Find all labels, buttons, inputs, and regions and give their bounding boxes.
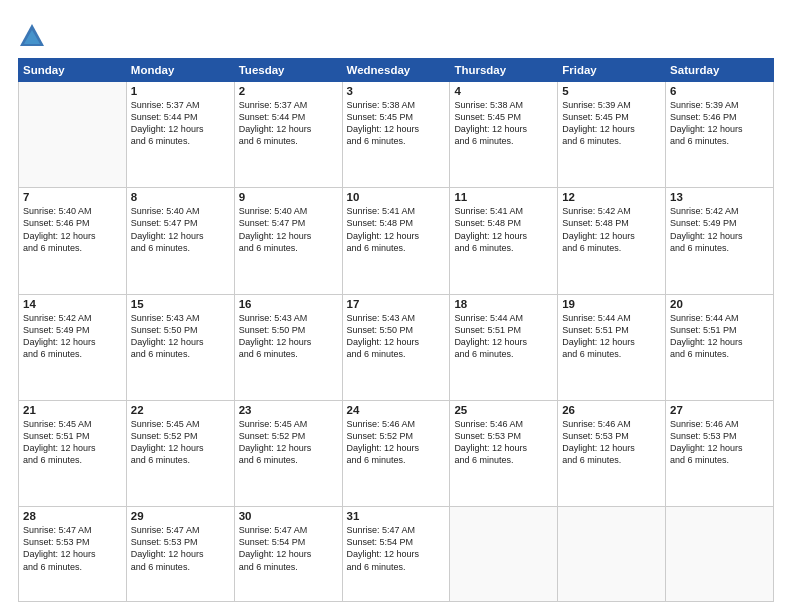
day-info: Sunrise: 5:46 AM Sunset: 5:52 PM Dayligh… [347,418,446,467]
calendar-cell: 12Sunrise: 5:42 AM Sunset: 5:48 PM Dayli… [558,188,666,294]
day-number: 2 [239,85,338,97]
day-number: 30 [239,510,338,522]
calendar-week-3: 14Sunrise: 5:42 AM Sunset: 5:49 PM Dayli… [19,294,774,400]
day-info: Sunrise: 5:42 AM Sunset: 5:48 PM Dayligh… [562,205,661,254]
day-info: Sunrise: 5:40 AM Sunset: 5:47 PM Dayligh… [239,205,338,254]
weekday-sunday: Sunday [19,59,127,82]
calendar-week-1: 1Sunrise: 5:37 AM Sunset: 5:44 PM Daylig… [19,82,774,188]
calendar-cell: 16Sunrise: 5:43 AM Sunset: 5:50 PM Dayli… [234,294,342,400]
day-number: 3 [347,85,446,97]
calendar-cell [450,507,558,602]
day-number: 20 [670,298,769,310]
calendar-cell: 5Sunrise: 5:39 AM Sunset: 5:45 PM Daylig… [558,82,666,188]
day-info: Sunrise: 5:43 AM Sunset: 5:50 PM Dayligh… [131,312,230,361]
weekday-wednesday: Wednesday [342,59,450,82]
calendar-cell [558,507,666,602]
calendar-cell: 31Sunrise: 5:47 AM Sunset: 5:54 PM Dayli… [342,507,450,602]
page: SundayMondayTuesdayWednesdayThursdayFrid… [0,0,792,612]
day-info: Sunrise: 5:45 AM Sunset: 5:51 PM Dayligh… [23,418,122,467]
calendar-cell: 14Sunrise: 5:42 AM Sunset: 5:49 PM Dayli… [19,294,127,400]
weekday-header-row: SundayMondayTuesdayWednesdayThursdayFrid… [19,59,774,82]
day-number: 27 [670,404,769,416]
weekday-monday: Monday [126,59,234,82]
day-info: Sunrise: 5:40 AM Sunset: 5:46 PM Dayligh… [23,205,122,254]
day-info: Sunrise: 5:37 AM Sunset: 5:44 PM Dayligh… [131,99,230,148]
day-number: 23 [239,404,338,416]
day-info: Sunrise: 5:46 AM Sunset: 5:53 PM Dayligh… [562,418,661,467]
calendar-cell: 2Sunrise: 5:37 AM Sunset: 5:44 PM Daylig… [234,82,342,188]
day-number: 16 [239,298,338,310]
calendar-cell: 15Sunrise: 5:43 AM Sunset: 5:50 PM Dayli… [126,294,234,400]
calendar-cell: 22Sunrise: 5:45 AM Sunset: 5:52 PM Dayli… [126,400,234,506]
calendar-cell [666,507,774,602]
day-number: 10 [347,191,446,203]
day-number: 11 [454,191,553,203]
day-info: Sunrise: 5:46 AM Sunset: 5:53 PM Dayligh… [670,418,769,467]
calendar-cell: 17Sunrise: 5:43 AM Sunset: 5:50 PM Dayli… [342,294,450,400]
calendar-cell: 11Sunrise: 5:41 AM Sunset: 5:48 PM Dayli… [450,188,558,294]
day-info: Sunrise: 5:39 AM Sunset: 5:46 PM Dayligh… [670,99,769,148]
day-number: 5 [562,85,661,97]
weekday-saturday: Saturday [666,59,774,82]
day-info: Sunrise: 5:43 AM Sunset: 5:50 PM Dayligh… [347,312,446,361]
day-info: Sunrise: 5:46 AM Sunset: 5:53 PM Dayligh… [454,418,553,467]
day-number: 24 [347,404,446,416]
day-info: Sunrise: 5:47 AM Sunset: 5:54 PM Dayligh… [239,524,338,573]
calendar-cell: 23Sunrise: 5:45 AM Sunset: 5:52 PM Dayli… [234,400,342,506]
day-number: 25 [454,404,553,416]
day-info: Sunrise: 5:43 AM Sunset: 5:50 PM Dayligh… [239,312,338,361]
day-info: Sunrise: 5:39 AM Sunset: 5:45 PM Dayligh… [562,99,661,148]
calendar-cell: 7Sunrise: 5:40 AM Sunset: 5:46 PM Daylig… [19,188,127,294]
day-info: Sunrise: 5:41 AM Sunset: 5:48 PM Dayligh… [347,205,446,254]
weekday-thursday: Thursday [450,59,558,82]
calendar-cell: 20Sunrise: 5:44 AM Sunset: 5:51 PM Dayli… [666,294,774,400]
logo [18,22,50,50]
day-info: Sunrise: 5:45 AM Sunset: 5:52 PM Dayligh… [239,418,338,467]
day-info: Sunrise: 5:44 AM Sunset: 5:51 PM Dayligh… [454,312,553,361]
day-info: Sunrise: 5:38 AM Sunset: 5:45 PM Dayligh… [454,99,553,148]
day-number: 26 [562,404,661,416]
calendar-cell: 3Sunrise: 5:38 AM Sunset: 5:45 PM Daylig… [342,82,450,188]
calendar-cell: 1Sunrise: 5:37 AM Sunset: 5:44 PM Daylig… [126,82,234,188]
calendar-week-4: 21Sunrise: 5:45 AM Sunset: 5:51 PM Dayli… [19,400,774,506]
day-number: 28 [23,510,122,522]
day-number: 31 [347,510,446,522]
calendar-cell: 4Sunrise: 5:38 AM Sunset: 5:45 PM Daylig… [450,82,558,188]
day-info: Sunrise: 5:47 AM Sunset: 5:54 PM Dayligh… [347,524,446,573]
day-number: 14 [23,298,122,310]
day-info: Sunrise: 5:42 AM Sunset: 5:49 PM Dayligh… [23,312,122,361]
header [18,18,774,50]
calendar-cell: 9Sunrise: 5:40 AM Sunset: 5:47 PM Daylig… [234,188,342,294]
calendar-cell [19,82,127,188]
day-number: 9 [239,191,338,203]
day-info: Sunrise: 5:41 AM Sunset: 5:48 PM Dayligh… [454,205,553,254]
day-number: 29 [131,510,230,522]
day-info: Sunrise: 5:44 AM Sunset: 5:51 PM Dayligh… [562,312,661,361]
calendar-cell: 26Sunrise: 5:46 AM Sunset: 5:53 PM Dayli… [558,400,666,506]
calendar-cell: 21Sunrise: 5:45 AM Sunset: 5:51 PM Dayli… [19,400,127,506]
calendar-cell: 8Sunrise: 5:40 AM Sunset: 5:47 PM Daylig… [126,188,234,294]
logo-icon [18,22,46,50]
calendar-cell: 10Sunrise: 5:41 AM Sunset: 5:48 PM Dayli… [342,188,450,294]
calendar-cell: 30Sunrise: 5:47 AM Sunset: 5:54 PM Dayli… [234,507,342,602]
day-number: 18 [454,298,553,310]
day-number: 6 [670,85,769,97]
calendar-cell: 24Sunrise: 5:46 AM Sunset: 5:52 PM Dayli… [342,400,450,506]
calendar-cell: 13Sunrise: 5:42 AM Sunset: 5:49 PM Dayli… [666,188,774,294]
day-info: Sunrise: 5:45 AM Sunset: 5:52 PM Dayligh… [131,418,230,467]
day-info: Sunrise: 5:47 AM Sunset: 5:53 PM Dayligh… [131,524,230,573]
day-number: 7 [23,191,122,203]
day-number: 1 [131,85,230,97]
calendar-week-2: 7Sunrise: 5:40 AM Sunset: 5:46 PM Daylig… [19,188,774,294]
calendar: SundayMondayTuesdayWednesdayThursdayFrid… [18,58,774,602]
day-number: 17 [347,298,446,310]
day-number: 13 [670,191,769,203]
day-info: Sunrise: 5:47 AM Sunset: 5:53 PM Dayligh… [23,524,122,573]
calendar-cell: 25Sunrise: 5:46 AM Sunset: 5:53 PM Dayli… [450,400,558,506]
day-number: 8 [131,191,230,203]
day-number: 21 [23,404,122,416]
calendar-cell: 19Sunrise: 5:44 AM Sunset: 5:51 PM Dayli… [558,294,666,400]
day-number: 19 [562,298,661,310]
day-number: 22 [131,404,230,416]
day-number: 12 [562,191,661,203]
